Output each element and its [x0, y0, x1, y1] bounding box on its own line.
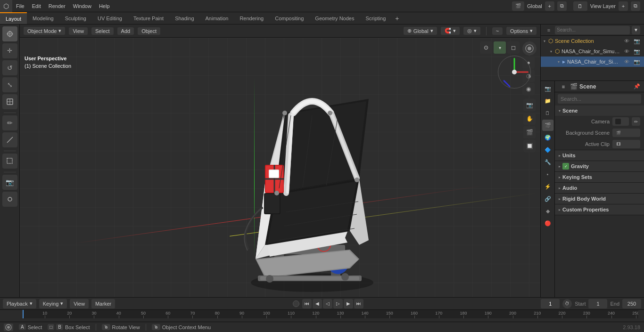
outliner-row-chair-mesh[interactable]: ▾ ▸ NASA_Chair_for_Simulati 👁 📷	[541, 57, 644, 67]
viewport-canvas[interactable]: User Perspective (1) Scene Collection	[20, 38, 540, 297]
tab-shading[interactable]: Shading	[169, 12, 199, 24]
keying-sets-header[interactable]: ▸ Keying Sets	[555, 172, 644, 182]
play-reverse-btn[interactable]: ◁	[323, 299, 332, 308]
scene-copy-btn[interactable]: ⧉	[557, 1, 567, 11]
outliner-editor-type[interactable]: ≡	[545, 26, 553, 34]
tab-layout[interactable]: Layout	[0, 12, 27, 24]
view-menu-btn[interactable]: View	[69, 27, 88, 35]
outliner-search[interactable]	[555, 26, 630, 34]
marker-menu[interactable]: Marker	[91, 299, 115, 308]
prop-pin-btn[interactable]: 📌	[634, 83, 640, 89]
prop-editor-type-btn[interactable]: ≡	[559, 82, 568, 91]
status-mode-icon[interactable]	[4, 324, 13, 331]
prop-constraints-icon[interactable]: 🔗	[542, 193, 553, 204]
prop-data-icon[interactable]: ◆	[542, 205, 553, 217]
fps-display[interactable]: ⏱	[562, 299, 572, 308]
viewport[interactable]: Object Mode ▾ View Select Add Object ⊕ G…	[20, 24, 540, 297]
item-render-2[interactable]: 📷	[633, 57, 641, 66]
tab-geometry-nodes[interactable]: Geometry Nodes	[309, 12, 360, 24]
view-layer-new-btn[interactable]: +	[619, 1, 628, 11]
outliner-scene-collection[interactable]: ▾ ⬡ Scene Collection 👁 📷	[541, 36, 644, 46]
menu-edit[interactable]: Edit	[28, 0, 45, 12]
jump-end-btn[interactable]: ⏭	[354, 299, 363, 308]
item-vis-1[interactable]: 👁	[622, 47, 631, 56]
start-frame-input[interactable]: 1	[588, 299, 607, 308]
prop-output-icon[interactable]: 📁	[542, 95, 553, 106]
add-menu-btn[interactable]: Add	[117, 27, 134, 35]
camera-view-btn[interactable]: 📷	[523, 99, 536, 111]
tool-move[interactable]: ✛	[2, 43, 17, 58]
tab-rendering[interactable]: Rendering	[234, 12, 269, 24]
gravity-checkbox[interactable]: ✓	[562, 163, 569, 170]
tool-measure[interactable]	[2, 132, 17, 147]
playback-menu[interactable]: Playback ▾	[3, 299, 36, 308]
proportional-editing[interactable]: ◎ ▾	[463, 27, 480, 35]
select-menu-btn[interactable]: Select	[91, 27, 114, 35]
tab-scripting[interactable]: Scripting	[360, 12, 391, 24]
prop-particles-icon[interactable]: •	[542, 169, 553, 180]
tool-transform[interactable]	[2, 94, 17, 109]
graph-editor-toggle[interactable]: ~	[492, 27, 503, 35]
jump-start-btn[interactable]: ⏮	[302, 299, 312, 308]
play-btn[interactable]: ▷	[333, 299, 343, 308]
outliner-filter-btn[interactable]: ▼	[632, 26, 640, 34]
box-select-key[interactable]: B	[56, 324, 63, 330]
camera-edit-btn[interactable]: ✏	[632, 117, 640, 126]
viewport-overlay-toggle[interactable]: ⊙	[480, 41, 492, 54]
audio-header[interactable]: ▸ Audio	[555, 183, 644, 193]
transform-selector[interactable]: ⊕ Global ▾	[404, 27, 437, 35]
menu-window[interactable]: Window	[69, 0, 95, 12]
custom-props-header[interactable]: ▸ Custom Properties	[555, 204, 644, 215]
prop-physics-icon[interactable]: ⚡	[542, 181, 553, 192]
viewport-gizmo[interactable]	[498, 56, 536, 93]
prop-render-icon[interactable]: 📷	[542, 83, 553, 94]
render-view-btn[interactable]: 🎬	[523, 126, 536, 138]
menu-file[interactable]: File	[12, 0, 28, 12]
menu-help[interactable]: Help	[95, 0, 114, 12]
timeline-ruler[interactable]: 1 10 20 30 40 50 60 70 80 90 1	[0, 310, 644, 318]
tool-annotate[interactable]: ✏	[2, 115, 17, 130]
record-btn[interactable]	[293, 300, 299, 307]
select-key[interactable]: A	[19, 324, 26, 330]
rigid-body-header[interactable]: ▸ Rigid Body World	[555, 194, 644, 204]
tool-rotate[interactable]: ↺	[2, 60, 17, 75]
viewport-gizmo-toggle[interactable]: ▾	[494, 41, 506, 54]
view-layer-dropdown[interactable]: 🗒	[573, 1, 587, 11]
viewport-xray-toggle[interactable]: ◻	[507, 41, 520, 54]
compositor-btn[interactable]: 🔲	[523, 140, 536, 152]
active-clip-value[interactable]: 🎞	[612, 140, 640, 148]
tool-scale[interactable]: ⤡	[2, 77, 17, 92]
timeline-ruler-track[interactable]: 1 10 20 30 40 50 60 70 80 90 1	[23, 310, 638, 318]
tool-camera[interactable]: 📷	[2, 175, 17, 190]
scene-dropdown[interactable]: 🎬	[512, 1, 524, 11]
prop-object-icon[interactable]: 🔷	[542, 144, 553, 155]
keying-menu[interactable]: Keying ▾	[39, 299, 67, 308]
prop-world-icon[interactable]: 🌍	[542, 132, 553, 143]
background-scene-value[interactable]: 🎬	[612, 129, 640, 137]
menu-render[interactable]: Render	[45, 0, 69, 12]
view-menu[interactable]: View	[70, 299, 89, 308]
tab-compositing[interactable]: Compositing	[269, 12, 309, 24]
prop-viewlayer-icon[interactable]: 🗒	[542, 107, 553, 119]
current-frame-input[interactable]: 1	[541, 299, 560, 308]
item-render-1[interactable]: 📷	[633, 47, 641, 56]
snap-toggle[interactable]: 🧲 ▾	[441, 27, 460, 35]
tab-uv-editing[interactable]: UV Editing	[92, 12, 128, 24]
outliner-row-chair-collection[interactable]: ▾ ⬡ NASA_Chair_for_Simulator_0 👁 📷	[541, 46, 644, 57]
end-frame-input[interactable]: 250	[622, 299, 641, 308]
fly-mode-btn[interactable]: ✋	[523, 113, 536, 125]
viewport-display-mode[interactable]	[522, 41, 537, 56]
item-vis-2[interactable]: 👁	[622, 57, 631, 66]
collection-visibility[interactable]: 👁	[622, 37, 631, 45]
prev-frame-btn[interactable]: ◀	[313, 299, 322, 308]
units-header[interactable]: ▸ Units	[555, 150, 644, 161]
tab-animation[interactable]: Animation	[200, 12, 234, 24]
collection-render[interactable]: 📷	[633, 37, 641, 45]
tab-sculpting[interactable]: Sculpting	[59, 12, 92, 24]
scene-new-btn[interactable]: +	[545, 1, 554, 11]
tool-cursor[interactable]	[2, 26, 17, 41]
scene-section-header[interactable]: ▾ Scene	[555, 105, 644, 116]
view-layer-copy-btn[interactable]: ⧉	[631, 1, 640, 11]
tool-box-select[interactable]	[2, 154, 17, 169]
object-menu-btn[interactable]: Object	[138, 27, 160, 35]
